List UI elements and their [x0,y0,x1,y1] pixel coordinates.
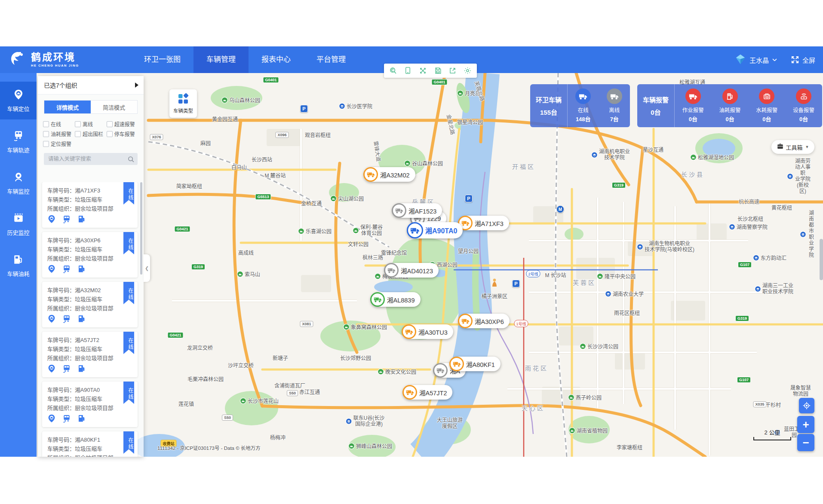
sidebar-item-label: 车辆轨迹 [7,146,29,154]
zoom-in-button[interactable]: + [797,416,814,433]
fullscreen-button[interactable]: 全屏 [791,55,815,64]
map-label: 白马山 [231,165,247,171]
vehicle-marker[interactable]: 湘A30XP6 [458,314,510,328]
vehicle-marker[interactable]: 湘A71XF3 [458,216,509,230]
map-area[interactable]: 智造小镇乌山森林公园黄金园互通长沙医学院月亮岛银星湾公园观音岩枢纽谷山森林公园M… [37,73,823,457]
truck-marker-icon [449,357,464,371]
sidebar-item-vehicle-track[interactable]: 车辆轨迹 [0,123,37,161]
road-shield: S50 [287,390,298,396]
map-label: 尖山湖公园 [330,195,364,202]
vehicle-type-label: 车辆类型 [173,107,193,114]
map-label: 长沙县 [681,171,704,177]
track-vehicle-icon[interactable] [62,364,71,373]
page-scrollbar-thumb[interactable] [820,239,823,280]
sidebar-item-vehicle-location[interactable]: 车辆定位 [0,82,37,119]
offline-truck-icon [607,89,622,104]
vehicle-type: 车辆类型：垃圾压缩车 [47,394,132,403]
expand-icon[interactable] [418,66,428,76]
map-label: 象鼻窝森林公园 [343,324,387,330]
vehicle-marker[interactable]: 湘A30TU3 [402,324,453,339]
filter-online[interactable]: 在线 [43,119,75,129]
sidebar-item-history-monitor[interactable]: 历史监控 [0,205,37,243]
locate-vehicle-icon[interactable] [47,315,56,323]
left-sidebar: 车辆定位 车辆轨迹 车辆监控 历史监控 车辆油耗 [0,73,37,457]
export-icon[interactable] [448,66,458,76]
vehicle-card[interactable]: 车牌号码：湘A90TA0 车辆类型：垃圾压缩车 所属组织：厨余垃圾项目部 在线 [42,382,138,427]
road-shield: G0401 [431,79,447,85]
fuel-icon [13,254,24,266]
vehicle-card[interactable]: 车牌号码：湘A80KF1 车辆类型：垃圾压缩车 所属组织：厨余垃圾项目部 在线 [42,431,138,457]
locate-button[interactable] [799,398,814,413]
save-icon[interactable] [433,66,442,76]
filter-offline[interactable]: 离线 [75,119,107,129]
track-vehicle-icon[interactable] [62,414,71,423]
track-vehicle-icon[interactable] [62,215,71,223]
map-label: 黄金园互通 [212,116,238,122]
metro-poi-icon: M [556,205,564,213]
filter-geofence-alarm[interactable]: 超出围栏 [75,129,107,139]
vehicle-marker[interactable]: 湘A90TA0 [407,222,463,238]
sidebar-item-vehicle-monitor[interactable]: 车辆监控 [0,164,37,202]
expand-org-arrow-icon[interactable] [135,82,138,88]
nav-item-platform-management[interactable]: 平台管理 [304,46,359,73]
map-label: 东方韵动汇 [753,255,786,261]
tab-detail-mode[interactable]: 详情模式 [44,101,91,113]
map-label: 干杉村 [765,402,781,408]
zoom-search-icon[interactable] [388,66,398,76]
map-label: 黄花枢纽 [771,205,792,211]
alarm-stat: 设备报警0台 [785,84,822,127]
vehicle-marker[interactable]: 湘A57JT2 [403,385,452,400]
vehicle-type-button[interactable]: 车辆类型 [169,89,197,118]
locate-vehicle-icon[interactable] [47,265,56,273]
filter-overspeed-alarm[interactable]: 超速报警 [107,119,138,129]
track-vehicle-icon[interactable] [62,265,71,273]
truck-marker-icon [392,203,406,218]
filter-location-alarm[interactable]: 定位报警 [43,139,75,149]
vehicle-card[interactable]: 车牌号码：湘A30XP6 车辆类型：垃圾压缩车 所属组织：厨余垃圾项目部 在线 [42,232,138,278]
filter-fuel-alarm[interactable]: 油耗报警 [43,129,75,139]
road-shield: X035 [753,401,766,407]
map-scale: 2 公里 [753,428,791,440]
search-icon[interactable] [128,156,134,162]
locate-vehicle-icon[interactable] [47,364,56,373]
fuel-vehicle-icon[interactable] [77,414,86,423]
settings-gear-icon[interactable] [463,66,473,76]
vehicle-card[interactable]: 车牌号码：湘A32M02 车辆类型：垃圾压缩车 所属组织：厨余垃圾项目部 在线 [42,282,138,327]
vehicle-card[interactable]: 车牌号码：湘A57JT2 车辆类型：垃圾压缩车 所属组织：厨余垃圾项目部 在线 [42,332,138,377]
camera-icon [13,171,24,184]
map-label: 雨花区枢纽 [614,310,640,316]
toolbox-button[interactable]: 工具箱 ▼ [771,140,814,154]
user-menu[interactable]: 王水晶 [735,54,777,66]
map-label: 金桥互通 [301,201,322,207]
vehicle-card[interactable]: 车牌号码：湘A71XF3 车辆类型：垃圾压缩车 所属组织：厨余垃圾项目部 在线 [42,182,138,228]
sidebar-item-vehicle-fuel[interactable]: 车辆油耗 [0,247,37,284]
search-input[interactable] [47,156,125,162]
zoom-out-button[interactable]: − [797,434,814,451]
fuel-vehicle-icon[interactable] [77,265,86,273]
vehicle-marker[interactable]: 湘A32M02 [364,167,415,182]
locate-vehicle-icon[interactable] [47,215,56,223]
vehicle-list-scrollbar[interactable] [140,182,142,275]
map-label: 天心区 [522,405,545,411]
vehicle-marker[interactable]: 湘AF1523 [392,203,442,218]
fuel-vehicle-icon[interactable] [77,315,86,323]
vehicle-marker[interactable]: 湘AL8839 [371,292,421,307]
vehicle-org: 所属组织：厨余垃圾项目部 [47,204,132,213]
checkbox-icon [107,131,113,137]
panel-collapse-handle[interactable]: ❮ [144,254,150,282]
tab-simple-mode[interactable]: 简洁模式 [91,101,137,113]
map-toolbar [384,64,477,78]
nav-item-vehicle-management[interactable]: 车辆管理 [193,46,249,73]
map-label: 湖南农业大学 [605,291,644,297]
fuel-vehicle-icon[interactable] [77,215,86,223]
nav-item-sanitation-map[interactable]: 环卫一张图 [131,46,193,73]
track-vehicle-icon[interactable] [62,315,71,323]
nav-item-report-center[interactable]: 报表中心 [249,46,304,73]
filter-parking-alarm[interactable]: 停车报警 [107,129,138,139]
locate-vehicle-icon[interactable] [47,414,56,423]
vehicle-marker[interactable]: 湘AD40123 [384,263,439,278]
map-label: M麓谷站 [264,173,286,179]
vehicle-marker[interactable]: 湘A80KF1 [450,357,501,371]
device-icon[interactable] [403,66,413,76]
fuel-vehicle-icon[interactable] [77,364,86,373]
